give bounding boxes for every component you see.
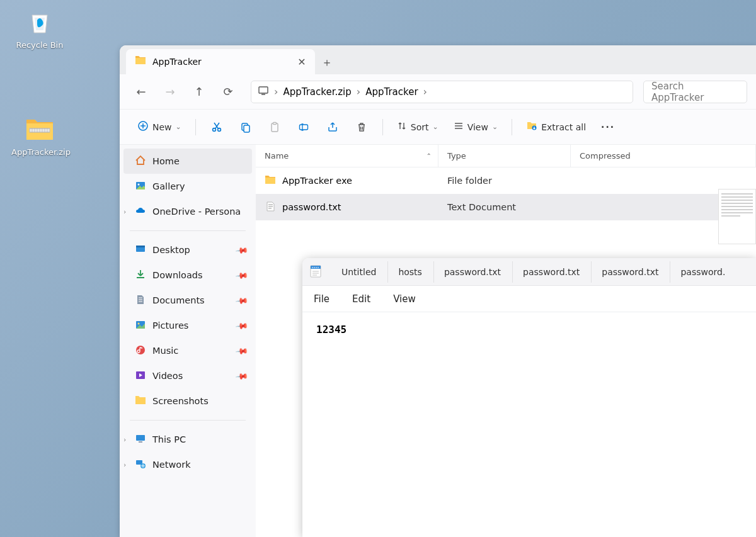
sidebar-item-downloads[interactable]: Downloads 📌 (120, 263, 256, 288)
sidebar-item-music[interactable]: Music 📌 (120, 338, 256, 363)
breadcrumb[interactable]: › AppTracker.zip › AppTracker › (251, 81, 633, 103)
svg-rect-8 (273, 122, 276, 124)
sidebar-item-thispc[interactable]: › This PC (120, 427, 256, 452)
pin-icon: 📌 (235, 344, 249, 358)
desktop-icon-apptracker-zip[interactable]: AppTracker.zip (11, 115, 68, 157)
videos-icon (135, 370, 146, 383)
breadcrumb-segment[interactable]: AppTracker (365, 86, 418, 98)
sidebar-item-desktop[interactable]: Desktop 📌 (120, 237, 256, 263)
desktop-icon-recycle-bin[interactable]: Recycle Bin (11, 8, 68, 50)
explorer-tab[interactable]: AppTracker ✕ (126, 49, 315, 74)
column-type[interactable]: Type (438, 145, 571, 167)
pin-icon: 📌 (235, 243, 249, 257)
nav-bar: ← → ↑ ⟳ › AppTracker.zip › AppTracker › … (120, 74, 756, 110)
chevron-right-icon[interactable]: › (123, 461, 126, 469)
back-button[interactable]: ← (129, 79, 154, 105)
close-icon[interactable]: ✕ (297, 57, 306, 66)
pc-icon (135, 433, 146, 446)
notepad-content[interactable]: 12345 (302, 312, 756, 537)
trash-icon (356, 122, 367, 133)
more-button[interactable]: ··· (595, 115, 621, 139)
chevron-right-icon[interactable]: › (123, 436, 126, 444)
monitor-icon (258, 85, 269, 99)
plus-circle-icon (137, 120, 149, 133)
cut-button[interactable] (203, 115, 230, 139)
sidebar-item-label: OneDrive - Persona (152, 206, 241, 217)
svg-point-4 (217, 128, 220, 131)
column-name[interactable]: Name⌃ (256, 145, 438, 167)
documents-icon (135, 294, 146, 307)
share-icon (327, 122, 338, 133)
desktop-icon-label: AppTracker.zip (11, 147, 68, 157)
notepad-tab[interactable]: password. (670, 261, 735, 283)
sidebar-item-label: Gallery (152, 181, 185, 191)
notepad-tab[interactable]: hosts (387, 261, 432, 283)
music-icon (135, 344, 146, 358)
sort-icon (397, 121, 407, 133)
sidebar-item-pictures[interactable]: Pictures 📌 (120, 313, 256, 338)
share-button[interactable] (319, 115, 346, 139)
delete-button[interactable] (348, 115, 375, 139)
sidebar-item-home[interactable]: Home (123, 149, 252, 174)
sidebar-item-documents[interactable]: Documents 📌 (120, 288, 256, 313)
menu-view[interactable]: View (393, 293, 416, 305)
up-button[interactable]: ↑ (186, 79, 212, 105)
chevron-right-icon: › (423, 86, 427, 98)
sidebar-item-label: Videos (152, 371, 183, 381)
new-tab-button[interactable]: ＋ (315, 50, 339, 74)
recycle-bin-icon (25, 8, 55, 38)
sidebar-item-label: Home (152, 156, 180, 166)
chevron-right-icon: › (274, 86, 278, 98)
sidebar-item-label: Music (152, 346, 178, 356)
breadcrumb-segment[interactable]: AppTracker.zip (283, 86, 351, 98)
sidebar-item-onedrive[interactable]: › OneDrive - Persona (120, 199, 256, 224)
sidebar-item-videos[interactable]: Videos 📌 (120, 363, 256, 388)
file-row[interactable]: AppTracker exe File folder (256, 167, 756, 194)
divider (130, 420, 246, 421)
svg-rect-5 (242, 123, 248, 130)
file-row[interactable]: password.txt Text Document (256, 194, 756, 220)
notepad-tab[interactable]: Untitled (331, 261, 386, 283)
gallery-icon (135, 180, 146, 193)
sidebar-item-label: Desktop (152, 245, 190, 255)
svg-point-16 (138, 322, 140, 324)
menu-file[interactable]: File (314, 293, 329, 305)
refresh-button[interactable]: ⟳ (215, 79, 241, 105)
svg-point-12 (138, 183, 140, 185)
more-icon: ··· (601, 122, 615, 132)
extract-all-button[interactable]: Extract all (520, 115, 592, 139)
sidebar-item-network[interactable]: › Network (120, 452, 256, 477)
svg-point-2 (139, 122, 147, 130)
sort-button[interactable]: Sort ⌄ (391, 115, 445, 139)
copy-button[interactable] (232, 115, 259, 139)
pin-icon: 📌 (235, 293, 249, 307)
chevron-right-icon[interactable]: › (123, 208, 126, 216)
forward-button[interactable]: → (158, 79, 183, 105)
downloads-icon (135, 269, 146, 282)
sidebar-item-label: Network (152, 460, 191, 470)
desktop-icon (135, 244, 146, 257)
file-name: password.txt (282, 202, 341, 212)
paste-button[interactable] (261, 115, 288, 139)
divider (512, 119, 512, 135)
tab-strip: AppTracker ✕ ＋ (120, 45, 756, 74)
menu-edit[interactable]: Edit (352, 293, 370, 305)
sidebar-item-label: Downloads (152, 270, 203, 280)
notepad-tab[interactable]: password.txt (433, 261, 511, 283)
column-size[interactable]: Compressed (571, 145, 756, 167)
sidebar-item-screenshots[interactable]: Screenshots (120, 388, 256, 414)
notepad-tab[interactable]: password.txt (512, 261, 590, 283)
search-input[interactable]: Search AppTracker (643, 81, 747, 103)
new-button[interactable]: New ⌄ (131, 115, 188, 139)
svg-point-10 (532, 126, 537, 130)
rename-button[interactable] (290, 115, 317, 139)
chevron-down-icon: ⌄ (176, 123, 181, 131)
svg-rect-9 (299, 125, 307, 130)
svg-point-3 (212, 128, 215, 131)
sidebar-item-gallery[interactable]: Gallery (120, 174, 256, 199)
toolbar: New ⌄ Sort ⌄ View ⌄ (120, 110, 756, 145)
notepad-tab[interactable]: password.txt (591, 261, 668, 283)
view-button[interactable]: View ⌄ (447, 115, 504, 139)
scissors-icon (211, 122, 222, 133)
divider (130, 230, 246, 231)
